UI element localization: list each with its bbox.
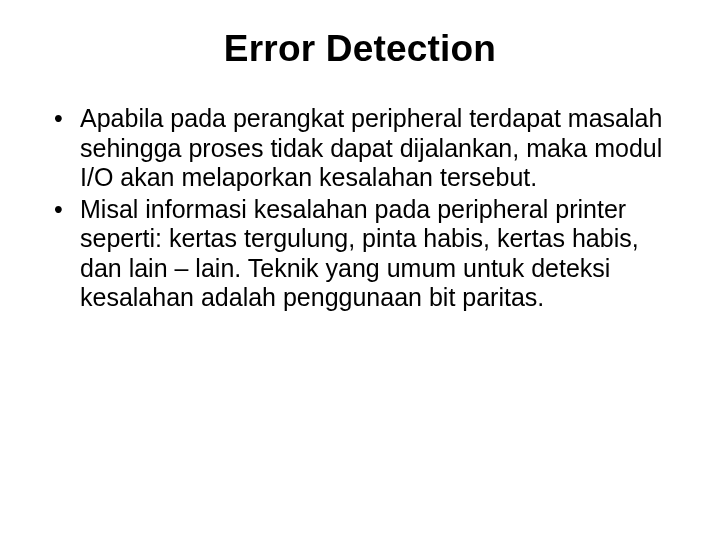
bullet-list: Apabila pada perangkat peripheral terdap… [48,104,672,313]
slide-title: Error Detection [48,28,672,70]
slide: Error Detection Apabila pada perangkat p… [0,0,720,540]
list-item: Misal informasi kesalahan pada periphera… [54,195,672,313]
list-item: Apabila pada perangkat peripheral terdap… [54,104,672,193]
